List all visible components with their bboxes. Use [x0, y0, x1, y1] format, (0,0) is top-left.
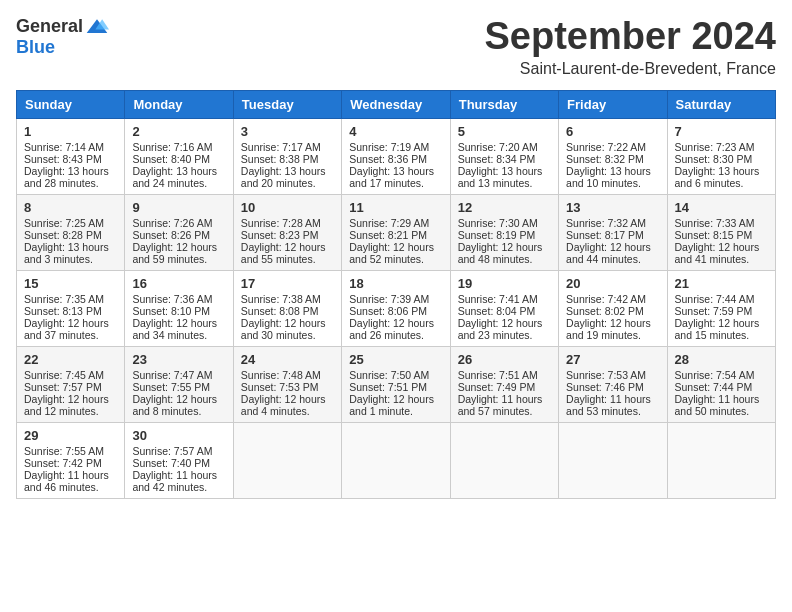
daylight-text: Daylight: 12 hours and 59 minutes. — [132, 241, 217, 265]
day-number: 28 — [675, 352, 768, 367]
daylight-text: Daylight: 13 hours and 24 minutes. — [132, 165, 217, 189]
day-number: 12 — [458, 200, 551, 215]
sunrise-text: Sunrise: 7:45 AM — [24, 369, 104, 381]
day-number: 27 — [566, 352, 659, 367]
calendar-cell: 3Sunrise: 7:17 AMSunset: 8:38 PMDaylight… — [233, 118, 341, 194]
sunset-text: Sunset: 7:49 PM — [458, 381, 536, 393]
day-number: 25 — [349, 352, 442, 367]
sunrise-text: Sunrise: 7:47 AM — [132, 369, 212, 381]
calendar-table: SundayMondayTuesdayWednesdayThursdayFrid… — [16, 90, 776, 499]
day-number: 19 — [458, 276, 551, 291]
daylight-text: Daylight: 12 hours and 26 minutes. — [349, 317, 434, 341]
day-number: 23 — [132, 352, 225, 367]
calendar-cell — [450, 422, 558, 498]
sunrise-text: Sunrise: 7:16 AM — [132, 141, 212, 153]
day-number: 5 — [458, 124, 551, 139]
daylight-text: Daylight: 13 hours and 10 minutes. — [566, 165, 651, 189]
day-number: 17 — [241, 276, 334, 291]
sunrise-text: Sunrise: 7:32 AM — [566, 217, 646, 229]
sunrise-text: Sunrise: 7:23 AM — [675, 141, 755, 153]
calendar-cell: 13Sunrise: 7:32 AMSunset: 8:17 PMDayligh… — [559, 194, 667, 270]
daylight-text: Daylight: 13 hours and 3 minutes. — [24, 241, 109, 265]
sunset-text: Sunset: 8:36 PM — [349, 153, 427, 165]
sunrise-text: Sunrise: 7:44 AM — [675, 293, 755, 305]
sunset-text: Sunset: 8:32 PM — [566, 153, 644, 165]
day-number: 3 — [241, 124, 334, 139]
daylight-text: Daylight: 12 hours and 52 minutes. — [349, 241, 434, 265]
daylight-text: Daylight: 12 hours and 8 minutes. — [132, 393, 217, 417]
calendar-cell: 15Sunrise: 7:35 AMSunset: 8:13 PMDayligh… — [17, 270, 125, 346]
daylight-text: Daylight: 12 hours and 44 minutes. — [566, 241, 651, 265]
daylight-text: Daylight: 12 hours and 34 minutes. — [132, 317, 217, 341]
sunrise-text: Sunrise: 7:41 AM — [458, 293, 538, 305]
sunrise-text: Sunrise: 7:20 AM — [458, 141, 538, 153]
day-number: 9 — [132, 200, 225, 215]
daylight-text: Daylight: 12 hours and 55 minutes. — [241, 241, 326, 265]
day-number: 1 — [24, 124, 117, 139]
sunrise-text: Sunrise: 7:19 AM — [349, 141, 429, 153]
day-number: 26 — [458, 352, 551, 367]
calendar-cell: 1Sunrise: 7:14 AMSunset: 8:43 PMDaylight… — [17, 118, 125, 194]
calendar-cell: 9Sunrise: 7:26 AMSunset: 8:26 PMDaylight… — [125, 194, 233, 270]
sunset-text: Sunset: 8:15 PM — [675, 229, 753, 241]
title-area: September 2024 Saint-Laurent-de-Breveden… — [485, 16, 777, 78]
sunrise-text: Sunrise: 7:29 AM — [349, 217, 429, 229]
calendar-cell: 20Sunrise: 7:42 AMSunset: 8:02 PMDayligh… — [559, 270, 667, 346]
daylight-text: Daylight: 11 hours and 53 minutes. — [566, 393, 651, 417]
calendar-cell — [667, 422, 775, 498]
sunset-text: Sunset: 8:40 PM — [132, 153, 210, 165]
sunrise-text: Sunrise: 7:30 AM — [458, 217, 538, 229]
daylight-text: Daylight: 12 hours and 19 minutes. — [566, 317, 651, 341]
sunset-text: Sunset: 7:40 PM — [132, 457, 210, 469]
sunset-text: Sunset: 7:46 PM — [566, 381, 644, 393]
calendar-cell: 6Sunrise: 7:22 AMSunset: 8:32 PMDaylight… — [559, 118, 667, 194]
daylight-text: Daylight: 12 hours and 12 minutes. — [24, 393, 109, 417]
daylight-text: Daylight: 12 hours and 30 minutes. — [241, 317, 326, 341]
sunrise-text: Sunrise: 7:22 AM — [566, 141, 646, 153]
calendar-cell: 21Sunrise: 7:44 AMSunset: 7:59 PMDayligh… — [667, 270, 775, 346]
sunrise-text: Sunrise: 7:39 AM — [349, 293, 429, 305]
calendar-cell: 14Sunrise: 7:33 AMSunset: 8:15 PMDayligh… — [667, 194, 775, 270]
day-number: 21 — [675, 276, 768, 291]
calendar-cell: 26Sunrise: 7:51 AMSunset: 7:49 PMDayligh… — [450, 346, 558, 422]
sunset-text: Sunset: 8:04 PM — [458, 305, 536, 317]
weekday-header-thursday: Thursday — [450, 90, 558, 118]
calendar-cell: 29Sunrise: 7:55 AMSunset: 7:42 PMDayligh… — [17, 422, 125, 498]
sunset-text: Sunset: 8:34 PM — [458, 153, 536, 165]
calendar-cell: 16Sunrise: 7:36 AMSunset: 8:10 PMDayligh… — [125, 270, 233, 346]
calendar-cell: 27Sunrise: 7:53 AMSunset: 7:46 PMDayligh… — [559, 346, 667, 422]
daylight-text: Daylight: 12 hours and 48 minutes. — [458, 241, 543, 265]
sunset-text: Sunset: 7:53 PM — [241, 381, 319, 393]
logo-icon — [85, 17, 109, 37]
logo-area: General Blue — [16, 16, 109, 58]
day-number: 4 — [349, 124, 442, 139]
sunrise-text: Sunrise: 7:53 AM — [566, 369, 646, 381]
day-number: 7 — [675, 124, 768, 139]
sunset-text: Sunset: 7:55 PM — [132, 381, 210, 393]
calendar-cell: 19Sunrise: 7:41 AMSunset: 8:04 PMDayligh… — [450, 270, 558, 346]
day-number: 29 — [24, 428, 117, 443]
sunset-text: Sunset: 8:19 PM — [458, 229, 536, 241]
daylight-text: Daylight: 11 hours and 42 minutes. — [132, 469, 217, 493]
weekday-header-saturday: Saturday — [667, 90, 775, 118]
month-title: September 2024 — [485, 16, 777, 58]
calendar-week-row: 29Sunrise: 7:55 AMSunset: 7:42 PMDayligh… — [17, 422, 776, 498]
day-number: 30 — [132, 428, 225, 443]
weekday-header-tuesday: Tuesday — [233, 90, 341, 118]
calendar-cell: 24Sunrise: 7:48 AMSunset: 7:53 PMDayligh… — [233, 346, 341, 422]
daylight-text: Daylight: 12 hours and 41 minutes. — [675, 241, 760, 265]
sunset-text: Sunset: 8:13 PM — [24, 305, 102, 317]
sunrise-text: Sunrise: 7:36 AM — [132, 293, 212, 305]
logo-blue-text: Blue — [16, 37, 55, 58]
day-number: 6 — [566, 124, 659, 139]
sunset-text: Sunset: 7:51 PM — [349, 381, 427, 393]
calendar-cell: 30Sunrise: 7:57 AMSunset: 7:40 PMDayligh… — [125, 422, 233, 498]
calendar-cell — [559, 422, 667, 498]
day-number: 13 — [566, 200, 659, 215]
sunrise-text: Sunrise: 7:33 AM — [675, 217, 755, 229]
daylight-text: Daylight: 13 hours and 20 minutes. — [241, 165, 326, 189]
daylight-text: Daylight: 13 hours and 6 minutes. — [675, 165, 760, 189]
calendar-week-row: 1Sunrise: 7:14 AMSunset: 8:43 PMDaylight… — [17, 118, 776, 194]
calendar-week-row: 15Sunrise: 7:35 AMSunset: 8:13 PMDayligh… — [17, 270, 776, 346]
daylight-text: Daylight: 11 hours and 57 minutes. — [458, 393, 543, 417]
